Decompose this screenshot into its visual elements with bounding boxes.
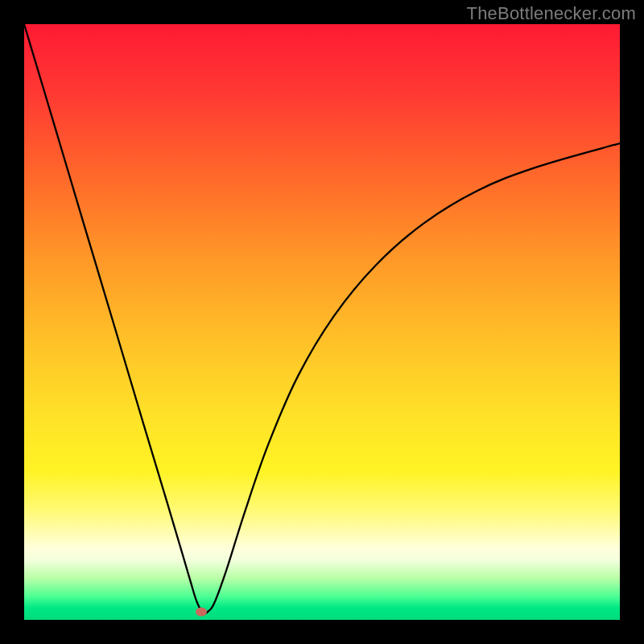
plot-area <box>24 24 620 620</box>
chart-frame: TheBottlenecker.com <box>0 0 644 644</box>
bottleneck-curve <box>24 24 620 620</box>
curve-path <box>24 24 620 613</box>
watermark-text: TheBottlenecker.com <box>467 3 636 24</box>
optimum-marker <box>196 607 207 616</box>
